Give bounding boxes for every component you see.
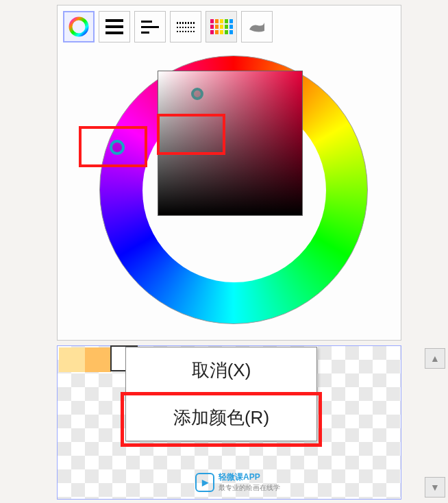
mode-lines-varied-button[interactable] (134, 11, 166, 42)
swatch[interactable] (85, 347, 111, 372)
mode-dotted-button[interactable] (170, 11, 201, 42)
swatch[interactable] (59, 347, 85, 372)
watermark-brand: 轻微课APP (219, 472, 260, 482)
saturation-value-box[interactable] (158, 71, 303, 216)
mode-color-wheel-button[interactable] (63, 11, 95, 42)
color-wheel-icon (69, 16, 89, 37)
watermark-tagline: 最专业的绘画在线学 (219, 483, 280, 493)
brush-icon (248, 20, 266, 34)
swatch-scroll-up-button[interactable]: ▲ (425, 348, 445, 369)
lines-varied-icon (141, 21, 159, 34)
watermark: ▶ 轻微课APP 最专业的绘画在线学 (195, 471, 280, 493)
menu-add-color[interactable]: 添加颜色(R) (126, 394, 316, 441)
sv-marker[interactable] (191, 88, 203, 100)
mode-lines-button[interactable] (99, 11, 130, 42)
svg-point-0 (71, 19, 87, 35)
color-picker-panel (57, 5, 401, 341)
lines-icon (105, 19, 123, 34)
watermark-logo-icon: ▶ (195, 473, 214, 492)
picker-mode-toolbar (63, 11, 273, 42)
swatch-context-menu: 取消(X) 添加颜色(R) (125, 347, 317, 441)
menu-cancel[interactable]: 取消(X) (126, 347, 316, 394)
mode-grid-button[interactable] (206, 11, 237, 42)
dotted-lines-icon (177, 22, 195, 32)
swatch-scroll-down-button[interactable]: ▼ (425, 477, 445, 498)
mode-brush-button[interactable] (241, 11, 273, 42)
hue-marker[interactable] (110, 140, 125, 155)
color-grid-icon (210, 19, 233, 34)
